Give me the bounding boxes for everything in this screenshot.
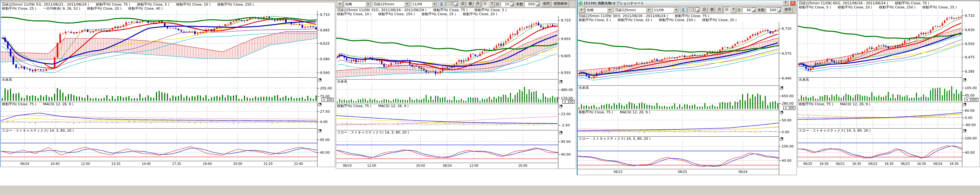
stochastics-chart[interactable] [578,141,779,169]
volume-chart[interactable] [578,90,779,110]
volume-chart[interactable] [798,82,962,102]
menu-dropdown-button[interactable] [578,7,584,13]
macd-axis: 23.00-2.50 [558,108,576,130]
stochastics-tick-label: 40.00 [965,151,975,155]
close-button[interactable]: ✕ [790,1,795,6]
time-tick-label: 20:00 [233,162,242,165]
period-day-button[interactable]: 日 [701,7,708,13]
volume-axis: 105.0045.00× 1000 [962,82,980,102]
help-button[interactable]: ? [783,1,789,6]
period-tick-button[interactable]: T [489,1,495,7]
spinner-icon[interactable] [777,8,781,13]
minutes-spinner[interactable]: 15 [501,2,515,7]
volume-chart[interactable] [1,82,317,102]
section-resize-handle[interactable] [559,105,562,108]
bar-interval-spinner[interactable]: 1 [445,2,458,7]
axis-tick [962,111,964,111]
section-resize-handle[interactable] [559,80,562,84]
category-select[interactable]: 先物 [344,1,371,7]
stochastics-tick-label: 40.00 [561,152,571,157]
contract-select[interactable]: 11/09 [411,1,438,7]
contract-select[interactable]: 11/09 [652,7,679,13]
minutes-label: 分 [496,2,500,6]
macd-tick-label: 0.00 [965,116,972,120]
stochastics-section-label: スロー・ストキャスティクス( 14, 3, 80, 20 ) [1,128,317,133]
price-tick-label: 9,710 [320,13,330,17]
apply-button[interactable]: 適用 [783,7,793,13]
candlestick-chart[interactable] [578,22,779,86]
spinner-icon[interactable] [536,2,540,6]
period-month-button[interactable]: 月 [716,7,722,13]
volume-tick-label: 280.00 [782,101,794,106]
period-day-button[interactable]: 日 [460,1,466,7]
axis-tick [317,73,319,73]
chart-title-line: 日経225mini 11/09( 15分, 2011/06/16 - 2011/… [337,8,576,12]
volume-chart[interactable] [336,84,558,104]
section-resize-handle[interactable] [780,137,783,141]
section-resize-handle[interactable] [963,129,966,133]
section-resize-handle[interactable] [780,111,783,114]
minutes-label: 分 [737,8,741,13]
period-month-button[interactable]: 月 [474,1,481,7]
bar-interval-spinner[interactable]: 1 [687,8,700,13]
multi-symbol-button[interactable]: 複数銘柄 [552,1,569,7]
macd-tick-label: 27.50 [320,109,330,114]
apply-button[interactable]: 適用 [541,1,551,7]
period-tick-button[interactable]: T [731,7,736,13]
macd-chart[interactable] [1,106,317,128]
chart-title-line: 日経225mini 11/09( 30分, 2011/06/16 - 2011/… [579,14,797,18]
symbol-select[interactable]: 日経225mini [372,1,410,7]
macd-chart[interactable] [578,114,779,136]
price-tick-label: 9,710 [965,14,975,18]
section-resize-handle[interactable] [559,131,562,135]
macd-chart[interactable] [798,106,962,128]
time-tick-label: 20:00 [416,164,425,167]
axis-tick [962,44,964,44]
symbol-select[interactable]: 日経225mini [614,7,652,13]
period-minute-button[interactable]: 分 [724,7,730,13]
macd-chart[interactable] [336,108,558,130]
bar-count-spinner[interactable]: 500 [766,8,782,13]
candlestick-chart[interactable] [336,16,558,79]
stochastics-tick-label: 100.00 [782,144,794,148]
bar-count-spinner[interactable]: 500 [524,2,540,7]
bar-type-label: 足 [439,2,445,7]
candlestick-chart[interactable] [798,10,962,78]
stochastics-chart[interactable] [336,135,558,163]
macd-tick-label: 0.00 [782,130,789,134]
candlestick-chart[interactable] [1,11,317,78]
axis-tick [558,154,560,155]
section-resize-handle[interactable] [963,103,966,106]
period-week-button[interactable]: 週 [709,7,715,13]
minutes-spinner[interactable]: 30 [742,8,756,13]
period-minute-button[interactable]: 分 [482,1,488,7]
period-week-button[interactable]: 週 [467,1,474,7]
section-resize-handle[interactable] [780,86,783,90]
category-select[interactable]: 先物 [585,7,613,13]
chart-window-60min: 日経225mini 11/09( 60分, 2011/06/16 - 2011/… [797,0,980,167]
spinner-icon[interactable] [454,2,458,6]
stochastics-chart[interactable] [798,133,962,161]
chart-legend-line: 移動平均( Close, 5 ) 移動平均( Close, 10 ) 移動平均(… [579,18,797,22]
spinner-icon[interactable] [510,2,514,6]
section-resize-handle[interactable] [318,78,321,82]
price-axis: 9,7109,6559,6059,555 [558,16,576,79]
section-resize-handle[interactable] [318,103,321,106]
axis-tick [779,96,781,96]
stochastics-tick-label: 100.00 [965,136,977,140]
spinner-icon[interactable] [695,8,700,13]
section-resize-handle[interactable] [963,78,966,82]
window-titlebar[interactable]: [5130] 指数先物/オプションチャート ? ✕ [578,0,797,6]
menu-dropdown-button[interactable] [337,1,343,7]
volume-tick-label: 480.00 [561,88,573,92]
axis-tick [558,141,560,142]
axis-tick [962,30,964,30]
chart-legend: 日経225mini 11/09( 60分, 2011/06/16 - 2011/… [798,1,980,10]
axis-tick [779,160,781,161]
volume-tick-label: 205.00 [320,86,332,90]
volume-multiplier-badge: × 100 [321,98,334,102]
volume-multiplier-badge: × 100 [562,100,574,104]
section-resize-handle[interactable] [318,129,321,133]
spinner-icon[interactable] [752,8,756,13]
stochastics-chart[interactable] [1,133,317,161]
